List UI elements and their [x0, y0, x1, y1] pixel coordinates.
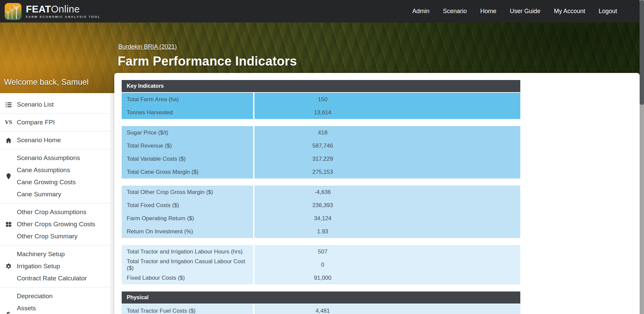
sidebar-item-depreciation[interactable]: Depreciation: [17, 290, 55, 302]
brand-text: FEATOnline FARM ECONOMIC ANALYSIS TOOL: [26, 4, 100, 18]
indicator-row: Total Tractor and Irrigation Labour Hour…: [122, 245, 520, 258]
indicator-label: Total Tractor and Irrigation Casual Labo…: [122, 258, 254, 271]
indicator-label: Return On Investment (%): [122, 225, 254, 238]
gear-icon: [0, 263, 17, 270]
indicator-row: Total Fixed Costs ($)236,393: [122, 199, 520, 212]
indicator-value: 507: [254, 245, 391, 258]
indicator-row: Total Tractor Fuel Costs ($)4,481: [122, 304, 520, 314]
sidebar-group: Machinery SetupIrrigation SetupContract …: [0, 245, 110, 287]
vs-icon: VS: [0, 119, 17, 126]
grid-icon: [0, 221, 17, 228]
sidebar-group: VSCompare FPI: [0, 113, 110, 131]
scrollbar-thumb[interactable]: [640, 0, 644, 105]
indicator-block: Sugar Price ($/t)418Total Revenue ($)587…: [122, 126, 520, 179]
nav-item-logout[interactable]: Logout: [599, 8, 617, 15]
indicator-label: Farm Operating Return ($): [122, 212, 254, 225]
sidebar-item-contract-rate-calculator[interactable]: Contract Rate Calculator: [17, 272, 87, 284]
indicator-row: Total Variable Costs ($)317,229: [122, 152, 520, 165]
top-nav: FEATOnline FARM ECONOMIC ANALYSIS TOOL A…: [0, 0, 640, 23]
indicator-label: Total Revenue ($): [122, 139, 254, 152]
indicator-value: 275,153: [254, 165, 391, 179]
nav-item-admin[interactable]: Admin: [412, 8, 430, 15]
indicator-label: Total Fixed Costs ($): [122, 199, 254, 212]
indicator-label: Total Tractor and Irrigation Labour Hour…: [122, 245, 254, 258]
indicator-label: Total Tractor Fuel Costs ($): [122, 304, 254, 314]
indicator-value: 1.93: [254, 225, 391, 238]
indicator-value: 4,481: [254, 304, 391, 314]
feat-logo-icon: [5, 3, 22, 20]
sidebar-item-other-crops-growing-costs[interactable]: Other Crops Growing Costs: [17, 218, 95, 230]
sidebar-item-other-crop-assumptions[interactable]: Other Crop Assumptions: [17, 206, 95, 218]
section-physical: PhysicalTotal Tractor Fuel Costs ($)4,48…: [122, 291, 520, 314]
sidebar-item-compare-fpi[interactable]: Compare FPI: [17, 116, 55, 128]
sidebar-group: Scenario List: [0, 96, 110, 113]
content-card: Key IndicatorsTotal Farm Area (ha)150Ton…: [114, 73, 640, 314]
indicator-block: Total Other Crop Gross Margin ($)-4,636T…: [122, 186, 520, 238]
indicator-row: Total Revenue ($)587,746: [122, 139, 520, 152]
sidebar-item-cane-summary[interactable]: Cane Summary: [17, 188, 80, 200]
brand-name-bold: FEAT: [26, 4, 51, 14]
indicator-row: Fixed Labour Costs ($)91,000: [122, 271, 520, 284]
indicator-row: Return On Investment (%)1.93: [122, 225, 520, 238]
indicator-value: -4,636: [254, 186, 391, 199]
sidebar-group: Other Crop AssumptionsOther Crops Growin…: [0, 203, 110, 245]
sidebar-group: Scenario Home: [0, 131, 110, 149]
indicator-value: 91,000: [254, 271, 391, 284]
home-icon: [0, 137, 17, 144]
sidebar-menu: Scenario ListVSCompare FPIScenario HomeS…: [0, 93, 110, 314]
indicator-label: Total Farm Area (ha): [122, 93, 254, 106]
indicator-value: 418: [254, 126, 391, 139]
nav-item-user-guide[interactable]: User Guide: [510, 8, 540, 15]
sidebar-item-scenario-home[interactable]: Scenario Home: [17, 134, 61, 146]
page-title: Farm Performance Indicators: [118, 54, 297, 69]
indicator-label: Total Cane Gross Margin ($): [122, 165, 254, 179]
indicator-value: 34,124: [254, 212, 391, 225]
indicator-label: Total Other Crop Gross Margin ($): [122, 186, 254, 199]
indicator-row: Farm Operating Return ($)34,124: [122, 212, 520, 225]
section-key-indicators: Key IndicatorsTotal Farm Area (ha)150Ton…: [122, 80, 520, 284]
map-pin-icon: [0, 173, 17, 180]
indicator-block: Total Tractor Fuel Costs ($)4,481: [122, 304, 520, 314]
indicator-row: Total Tractor and Irrigation Casual Labo…: [122, 258, 520, 271]
dollar-icon: $: [0, 311, 17, 314]
scrollbar-track[interactable]: [640, 0, 644, 314]
list-icon: [0, 101, 17, 108]
sidebar-item-machinery-setup[interactable]: Machinery Setup: [17, 248, 87, 260]
sidebar-item-other-crop-summary[interactable]: Other Crop Summary: [17, 230, 95, 242]
nav-item-home[interactable]: Home: [480, 8, 496, 15]
nav-item-scenario[interactable]: Scenario: [443, 8, 467, 15]
section-header: Physical: [122, 291, 520, 304]
indicator-row: Total Farm Area (ha)150: [122, 93, 520, 106]
brand-name-light: Online: [51, 4, 80, 14]
indicator-label: Tonnes Harvested: [122, 106, 254, 119]
indicator-value: 13,614: [254, 106, 391, 119]
indicator-block: Total Farm Area (ha)150Tonnes Harvested1…: [122, 93, 520, 119]
indicator-row: Sugar Price ($/t)418: [122, 126, 520, 139]
sidebar-group: Scenario AssumptionsCane AssumptionsCane…: [0, 149, 110, 203]
sidebar-item-scenario-assumptions[interactable]: Scenario Assumptions: [17, 152, 80, 164]
nav-item-my-account[interactable]: My Account: [554, 8, 585, 15]
indicator-value: 0: [254, 258, 391, 271]
indicator-block: Total Tractor and Irrigation Labour Hour…: [122, 245, 520, 284]
section-header: Key Indicators: [122, 80, 520, 92]
indicator-tables: Key IndicatorsTotal Farm Area (ha)150Ton…: [122, 80, 520, 314]
sidebar-item-scenario-list[interactable]: Scenario List: [17, 99, 54, 111]
brand-tagline: FARM ECONOMIC ANALYSIS TOOL: [26, 15, 100, 18]
welcome-message: Welcome back, Samuel: [4, 77, 89, 87]
indicator-label: Sugar Price ($/t): [122, 126, 254, 139]
sidebar-item-irrigation-setup[interactable]: Irrigation Setup: [17, 260, 87, 272]
indicator-label: Total Variable Costs ($): [122, 152, 254, 165]
app-logo[interactable]: FEATOnline FARM ECONOMIC ANALYSIS TOOL: [5, 3, 100, 20]
indicator-value: 587,746: [254, 139, 391, 152]
sidebar-item-cane-assumptions[interactable]: Cane Assumptions: [17, 164, 80, 176]
indicator-row: Tonnes Harvested13,614: [122, 106, 520, 119]
indicator-value: 150: [254, 93, 391, 106]
indicator-row: Total Cane Gross Margin ($)275,153: [122, 165, 520, 179]
nav-links: AdminScenarioHomeUser GuideMy AccountLog…: [412, 8, 617, 15]
indicator-row: Total Other Crop Gross Margin ($)-4,636: [122, 186, 520, 199]
sidebar-item-assets[interactable]: Assets: [17, 302, 55, 314]
sidebar-item-cane-growing-costs[interactable]: Cane Growing Costs: [17, 176, 80, 188]
sidebar-group: $DepreciationAssetsFixed CostsOther Inco…: [0, 287, 110, 314]
breadcrumb[interactable]: Burdekin BRIA (2021): [118, 43, 177, 50]
indicator-label: Fixed Labour Costs ($): [122, 271, 254, 284]
